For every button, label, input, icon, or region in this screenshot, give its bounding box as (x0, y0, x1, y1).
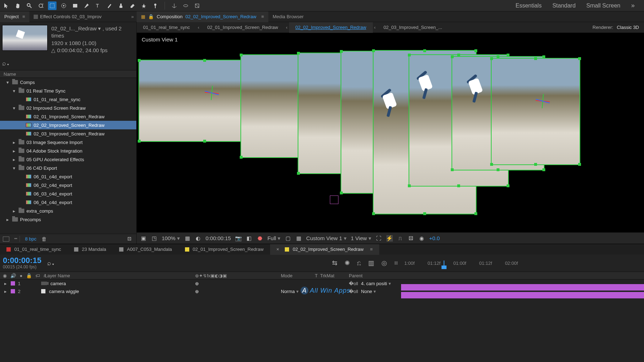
layer-switch[interactable]: ⊕ (195, 289, 199, 294)
panel-overflow-icon[interactable]: » (128, 14, 137, 19)
graph-editor-icon[interactable]: ⌗ (394, 259, 398, 267)
layer-bar[interactable] (401, 284, 644, 291)
comp-row[interactable]: 06_04_c4d_export (0, 198, 136, 207)
roto-brush-tool-icon[interactable] (140, 1, 148, 10)
label-swatch[interactable] (11, 289, 15, 293)
parent-dropdown[interactable]: None (361, 289, 376, 294)
selection-tool-icon[interactable] (2, 1, 11, 10)
layer-row[interactable]: ▸1camera⊕�oll4. cam positi (0, 279, 644, 287)
hide-shy-icon[interactable]: ⎌ (357, 259, 361, 267)
blend-mode-dropdown[interactable]: Norma (281, 289, 299, 294)
reset-exposure-icon[interactable]: ◉ (419, 235, 425, 242)
viewer[interactable]: Custom View 1 (137, 33, 644, 232)
text-tool-icon[interactable]: T (94, 1, 102, 10)
hand-tool-icon[interactable] (14, 1, 22, 10)
solo-col-icon[interactable]: ● (20, 273, 23, 278)
pixel-aspect-icon[interactable]: ⛶ (376, 235, 382, 242)
label-col-icon[interactable]: 🏷 (35, 273, 40, 278)
folder-row[interactable]: ▸04 Adobe Stock Integration (0, 147, 136, 155)
layer-switch[interactable]: ⊕ (195, 281, 199, 286)
unified-camera-tool-icon[interactable] (59, 1, 68, 10)
comp-row[interactable]: 02_02_Improved_Screen_Redraw (0, 121, 136, 129)
flowchart-icon[interactable]: ⚄ (127, 236, 133, 242)
column-header-name[interactable]: Name (0, 70, 136, 78)
current-timecode[interactable]: 0:00:00:15 (3, 257, 42, 264)
show-channel-icon[interactable]: ◧ (246, 235, 252, 242)
timeline-tab[interactable]: A007_C053_Mandala (113, 244, 179, 255)
comp-mini-flowchart-icon[interactable]: ⇆ (332, 259, 337, 267)
tab-effect-controls[interactable]: Effect Controls 02_03_Improv (29, 11, 106, 22)
zoom-dropdown[interactable]: 100% (162, 235, 180, 242)
always-preview-icon[interactable]: ▣ (140, 235, 147, 242)
puppet-pin-tool-icon[interactable] (151, 1, 160, 10)
pickwhip-icon[interactable]: �oll (349, 281, 358, 286)
mask-icon[interactable]: ◐ (195, 235, 201, 242)
comp-row[interactable]: 06_02_c4d_export (0, 181, 136, 189)
bit-depth-button[interactable]: 8 bpc (25, 236, 36, 242)
eye-col-icon[interactable]: ◉ (3, 273, 7, 278)
comp-breadcrumb[interactable]: 02_01_Improved_Screen_Redraw (201, 22, 284, 33)
folder-row[interactable]: ▸Precomps (0, 215, 136, 224)
eraser-tool-icon[interactable] (128, 1, 137, 10)
workspace-essentials[interactable]: Essentials (516, 3, 542, 9)
orbit-tool-icon[interactable] (36, 1, 45, 10)
folder-row[interactable]: ▾06 C4D Export (0, 164, 136, 172)
brush-tool-icon[interactable] (105, 1, 114, 10)
snapshot-icon[interactable]: 📷 (235, 235, 241, 242)
tab-menu-icon[interactable]: ≡ (370, 247, 373, 252)
rotate-tool-icon[interactable] (48, 1, 57, 10)
parent-dropdown[interactable]: 4. cam positi (361, 281, 391, 286)
folder-row[interactable]: ▾01 Real Time Sync (0, 86, 136, 95)
local-axis-icon[interactable] (170, 1, 179, 10)
view-axis-icon[interactable] (193, 1, 201, 10)
timeline-icon[interactable]: ⎍ (397, 235, 404, 242)
lock-icon[interactable]: 🔒 (148, 14, 154, 19)
rectangle-tool-icon[interactable] (71, 1, 79, 10)
comp-row[interactable]: 01_01_real_time_sync (0, 95, 136, 104)
label-swatch[interactable] (11, 281, 15, 286)
grid-icon[interactable]: ▦ (184, 235, 191, 242)
audio-col-icon[interactable]: 🔊 (10, 273, 16, 278)
tab-media-browser[interactable]: Media Browser (268, 11, 308, 22)
project-thumbnail[interactable] (2, 25, 48, 51)
magnification-icon[interactable]: ◳ (151, 235, 157, 242)
exposure-value[interactable]: +0.0 (429, 235, 440, 241)
tab-project[interactable]: Project≡ (0, 11, 29, 22)
folder-row[interactable]: ▸05 GPU Accelerated Effects (0, 155, 136, 164)
timeline-tab[interactable]: ×02_02_Improved_Screen_Redraw≡ (270, 244, 379, 255)
transparency-grid-icon[interactable]: ▦ (296, 235, 302, 242)
comp-breadcrumb[interactable]: 02_03_Improved_Screen_... (377, 22, 449, 33)
new-comp-icon[interactable] (19, 236, 20, 242)
timeline-tab[interactable]: 02_01_Improved_Screen_Redraw (179, 244, 270, 255)
color-mgmt-icon[interactable]: ⬣ (257, 235, 263, 242)
trash-icon[interactable]: 🗑 (42, 236, 47, 242)
comp-breadcrumb[interactable]: 01_01_real_time_sync (137, 22, 196, 33)
workspace-standard[interactable]: Standard (552, 3, 576, 9)
clone-stamp-tool-icon[interactable] (117, 1, 125, 10)
draft-3d-icon[interactable]: ✺ (345, 259, 350, 267)
playhead[interactable] (444, 261, 444, 266)
close-icon[interactable]: × (277, 247, 279, 252)
comp-row[interactable]: 06_03_c4d_export (0, 189, 136, 198)
folder-row[interactable]: ▸extra_comps (0, 207, 136, 215)
folder-row[interactable]: ▸03 Image Sequence Import (0, 138, 136, 147)
flowchart-icon[interactable]: ⚄ (408, 235, 414, 242)
renderer[interactable]: Renderer:Classic 3D (592, 25, 644, 30)
comp-breadcrumb[interactable]: 02_02_Improved_Screen_Redraw (289, 22, 373, 33)
pen-tool-icon[interactable] (82, 1, 91, 10)
motion-blur-icon[interactable]: ◎ (381, 259, 387, 267)
null-object[interactable] (330, 195, 338, 204)
folder-row[interactable]: ▾02 Improved Screen Redraw (0, 104, 136, 112)
comp-row[interactable]: 02_03_Improved_Screen_Redraw (0, 129, 136, 138)
workspace-small-screen[interactable]: Small Screen (586, 3, 620, 9)
world-axis-icon[interactable] (181, 1, 190, 10)
roi-icon[interactable]: ▢ (285, 235, 291, 242)
surfer-layer[interactable] (380, 86, 405, 119)
comp-row[interactable]: 06_01_c4d_export (0, 172, 136, 181)
time-ruler[interactable]: 1:00f01:12f01:00f01:12f02:00f (401, 261, 644, 266)
zoom-tool-icon[interactable] (25, 1, 34, 10)
frame-blend-icon[interactable]: ▥ (368, 259, 374, 267)
camera-dropdown[interactable]: Custom View 1 (306, 235, 347, 242)
layer-3d-plane[interactable] (491, 58, 580, 165)
surfer-layer[interactable] (466, 72, 491, 104)
